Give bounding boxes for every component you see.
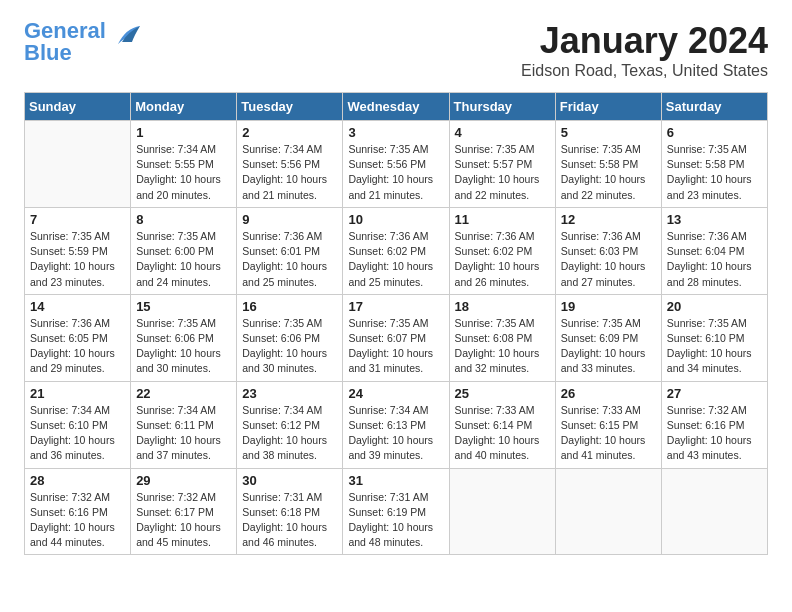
calendar-day-cell: 26Sunrise: 7:33 AMSunset: 6:15 PMDayligh…	[555, 381, 661, 468]
calendar-day-cell: 14Sunrise: 7:36 AMSunset: 6:05 PMDayligh…	[25, 294, 131, 381]
calendar-day-cell: 16Sunrise: 7:35 AMSunset: 6:06 PMDayligh…	[237, 294, 343, 381]
day-number: 27	[667, 386, 762, 401]
calendar-day-cell: 5Sunrise: 7:35 AMSunset: 5:58 PMDaylight…	[555, 121, 661, 208]
day-info: Sunrise: 7:35 AMSunset: 5:58 PMDaylight:…	[561, 142, 656, 203]
logo: General Blue	[24, 20, 140, 64]
day-info: Sunrise: 7:34 AMSunset: 6:12 PMDaylight:…	[242, 403, 337, 464]
day-number: 9	[242, 212, 337, 227]
day-info: Sunrise: 7:34 AMSunset: 6:11 PMDaylight:…	[136, 403, 231, 464]
day-info: Sunrise: 7:33 AMSunset: 6:15 PMDaylight:…	[561, 403, 656, 464]
calendar-day-cell: 4Sunrise: 7:35 AMSunset: 5:57 PMDaylight…	[449, 121, 555, 208]
calendar-day-cell: 18Sunrise: 7:35 AMSunset: 6:08 PMDayligh…	[449, 294, 555, 381]
day-number: 13	[667, 212, 762, 227]
day-info: Sunrise: 7:32 AMSunset: 6:16 PMDaylight:…	[30, 490, 125, 551]
calendar-week-row: 7Sunrise: 7:35 AMSunset: 5:59 PMDaylight…	[25, 207, 768, 294]
calendar-day-cell: 29Sunrise: 7:32 AMSunset: 6:17 PMDayligh…	[131, 468, 237, 555]
logo-bird-icon	[108, 26, 140, 48]
day-number: 8	[136, 212, 231, 227]
day-number: 17	[348, 299, 443, 314]
weekday-header: Saturday	[661, 93, 767, 121]
day-info: Sunrise: 7:36 AMSunset: 6:02 PMDaylight:…	[348, 229, 443, 290]
day-info: Sunrise: 7:34 AMSunset: 6:10 PMDaylight:…	[30, 403, 125, 464]
weekday-header: Monday	[131, 93, 237, 121]
calendar-day-cell: 9Sunrise: 7:36 AMSunset: 6:01 PMDaylight…	[237, 207, 343, 294]
calendar-day-cell: 15Sunrise: 7:35 AMSunset: 6:06 PMDayligh…	[131, 294, 237, 381]
calendar-day-cell: 10Sunrise: 7:36 AMSunset: 6:02 PMDayligh…	[343, 207, 449, 294]
day-info: Sunrise: 7:35 AMSunset: 5:59 PMDaylight:…	[30, 229, 125, 290]
page-header: General Blue January 2024 Eidson Road, T…	[24, 20, 768, 80]
day-info: Sunrise: 7:35 AMSunset: 6:07 PMDaylight:…	[348, 316, 443, 377]
day-number: 4	[455, 125, 550, 140]
calendar-day-cell	[555, 468, 661, 555]
day-info: Sunrise: 7:36 AMSunset: 6:04 PMDaylight:…	[667, 229, 762, 290]
calendar-day-cell: 7Sunrise: 7:35 AMSunset: 5:59 PMDaylight…	[25, 207, 131, 294]
day-info: Sunrise: 7:35 AMSunset: 5:58 PMDaylight:…	[667, 142, 762, 203]
calendar-day-cell: 20Sunrise: 7:35 AMSunset: 6:10 PMDayligh…	[661, 294, 767, 381]
day-info: Sunrise: 7:35 AMSunset: 6:06 PMDaylight:…	[136, 316, 231, 377]
weekday-header: Friday	[555, 93, 661, 121]
day-number: 6	[667, 125, 762, 140]
weekday-header-row: SundayMondayTuesdayWednesdayThursdayFrid…	[25, 93, 768, 121]
day-number: 25	[455, 386, 550, 401]
calendar-day-cell	[661, 468, 767, 555]
day-info: Sunrise: 7:32 AMSunset: 6:17 PMDaylight:…	[136, 490, 231, 551]
day-info: Sunrise: 7:33 AMSunset: 6:14 PMDaylight:…	[455, 403, 550, 464]
calendar-day-cell	[25, 121, 131, 208]
calendar-week-row: 21Sunrise: 7:34 AMSunset: 6:10 PMDayligh…	[25, 381, 768, 468]
day-number: 3	[348, 125, 443, 140]
calendar-day-cell: 11Sunrise: 7:36 AMSunset: 6:02 PMDayligh…	[449, 207, 555, 294]
day-info: Sunrise: 7:34 AMSunset: 6:13 PMDaylight:…	[348, 403, 443, 464]
day-number: 10	[348, 212, 443, 227]
day-info: Sunrise: 7:35 AMSunset: 6:10 PMDaylight:…	[667, 316, 762, 377]
day-number: 11	[455, 212, 550, 227]
day-info: Sunrise: 7:35 AMSunset: 6:09 PMDaylight:…	[561, 316, 656, 377]
calendar-day-cell: 17Sunrise: 7:35 AMSunset: 6:07 PMDayligh…	[343, 294, 449, 381]
day-info: Sunrise: 7:32 AMSunset: 6:16 PMDaylight:…	[667, 403, 762, 464]
day-number: 18	[455, 299, 550, 314]
title-section: January 2024 Eidson Road, Texas, United …	[521, 20, 768, 80]
day-info: Sunrise: 7:31 AMSunset: 6:19 PMDaylight:…	[348, 490, 443, 551]
calendar-week-row: 14Sunrise: 7:36 AMSunset: 6:05 PMDayligh…	[25, 294, 768, 381]
day-info: Sunrise: 7:36 AMSunset: 6:03 PMDaylight:…	[561, 229, 656, 290]
weekday-header: Wednesday	[343, 93, 449, 121]
day-number: 26	[561, 386, 656, 401]
day-info: Sunrise: 7:35 AMSunset: 5:57 PMDaylight:…	[455, 142, 550, 203]
day-number: 14	[30, 299, 125, 314]
calendar-week-row: 28Sunrise: 7:32 AMSunset: 6:16 PMDayligh…	[25, 468, 768, 555]
weekday-header: Thursday	[449, 93, 555, 121]
calendar-day-cell: 27Sunrise: 7:32 AMSunset: 6:16 PMDayligh…	[661, 381, 767, 468]
day-number: 31	[348, 473, 443, 488]
calendar-day-cell: 13Sunrise: 7:36 AMSunset: 6:04 PMDayligh…	[661, 207, 767, 294]
day-number: 7	[30, 212, 125, 227]
day-info: Sunrise: 7:34 AMSunset: 5:55 PMDaylight:…	[136, 142, 231, 203]
calendar-week-row: 1Sunrise: 7:34 AMSunset: 5:55 PMDaylight…	[25, 121, 768, 208]
calendar-table: SundayMondayTuesdayWednesdayThursdayFrid…	[24, 92, 768, 555]
day-info: Sunrise: 7:36 AMSunset: 6:01 PMDaylight:…	[242, 229, 337, 290]
day-number: 21	[30, 386, 125, 401]
day-info: Sunrise: 7:36 AMSunset: 6:02 PMDaylight:…	[455, 229, 550, 290]
calendar-day-cell: 24Sunrise: 7:34 AMSunset: 6:13 PMDayligh…	[343, 381, 449, 468]
day-number: 2	[242, 125, 337, 140]
day-info: Sunrise: 7:35 AMSunset: 5:56 PMDaylight:…	[348, 142, 443, 203]
location-title: Eidson Road, Texas, United States	[521, 62, 768, 80]
day-number: 20	[667, 299, 762, 314]
calendar-day-cell: 28Sunrise: 7:32 AMSunset: 6:16 PMDayligh…	[25, 468, 131, 555]
weekday-header: Tuesday	[237, 93, 343, 121]
day-info: Sunrise: 7:31 AMSunset: 6:18 PMDaylight:…	[242, 490, 337, 551]
day-info: Sunrise: 7:35 AMSunset: 6:06 PMDaylight:…	[242, 316, 337, 377]
day-number: 29	[136, 473, 231, 488]
day-number: 19	[561, 299, 656, 314]
day-info: Sunrise: 7:35 AMSunset: 6:00 PMDaylight:…	[136, 229, 231, 290]
day-number: 23	[242, 386, 337, 401]
day-number: 16	[242, 299, 337, 314]
calendar-day-cell: 8Sunrise: 7:35 AMSunset: 6:00 PMDaylight…	[131, 207, 237, 294]
calendar-day-cell: 3Sunrise: 7:35 AMSunset: 5:56 PMDaylight…	[343, 121, 449, 208]
weekday-header: Sunday	[25, 93, 131, 121]
calendar-day-cell: 19Sunrise: 7:35 AMSunset: 6:09 PMDayligh…	[555, 294, 661, 381]
calendar-day-cell: 31Sunrise: 7:31 AMSunset: 6:19 PMDayligh…	[343, 468, 449, 555]
day-info: Sunrise: 7:36 AMSunset: 6:05 PMDaylight:…	[30, 316, 125, 377]
day-number: 28	[30, 473, 125, 488]
calendar-day-cell: 2Sunrise: 7:34 AMSunset: 5:56 PMDaylight…	[237, 121, 343, 208]
calendar-day-cell: 21Sunrise: 7:34 AMSunset: 6:10 PMDayligh…	[25, 381, 131, 468]
day-number: 1	[136, 125, 231, 140]
